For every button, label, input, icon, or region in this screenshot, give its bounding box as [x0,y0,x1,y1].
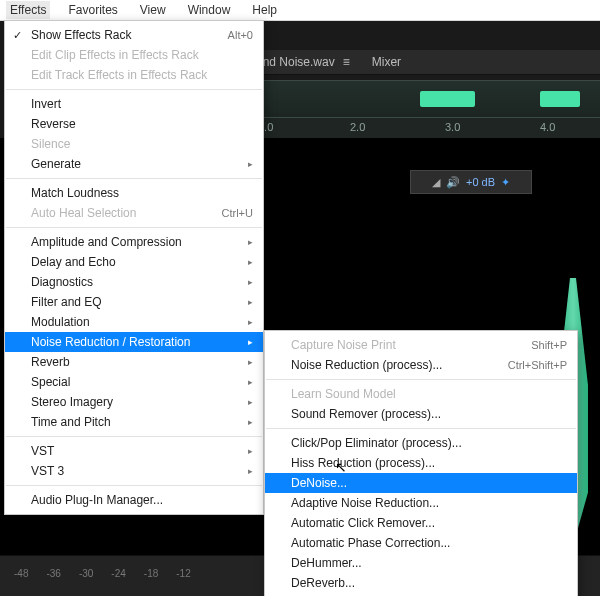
effects_menu-vst[interactable]: VST▸ [5,441,263,461]
effects_menu-silence: Silence [5,134,263,154]
effects_menu-amplitude-and-compression[interactable]: Amplitude and Compression▸ [5,232,263,252]
chevron-right-icon: ▸ [248,357,253,367]
chevron-right-icon: ▸ [248,397,253,407]
menu-item-label: Special [31,375,70,389]
menu-item-label: Learn Sound Model [291,387,396,401]
noise_submenu-automatic-click-remover[interactable]: Automatic Click Remover... [265,513,577,533]
noise_submenu-dehummer[interactable]: DeHummer... [265,553,577,573]
effects_menu-show-effects-rack[interactable]: ✓Show Effects RackAlt+0 [5,25,263,45]
chevron-right-icon: ▸ [248,277,253,287]
effects_menu-delay-and-echo[interactable]: Delay and Echo▸ [5,252,263,272]
noise_submenu-adaptive-noise-reduction[interactable]: Adaptive Noise Reduction... [265,493,577,513]
effects_menu-modulation[interactable]: Modulation▸ [5,312,263,332]
effects_menu-generate[interactable]: Generate▸ [5,154,263,174]
volume-value: +0 dB [466,176,495,188]
menu-item-label: DeNoise... [291,476,347,490]
effects_menu-reverse[interactable]: Reverse [5,114,263,134]
overview-chunk [420,91,475,107]
effects_menu-filter-and-eq[interactable]: Filter and EQ▸ [5,292,263,312]
effects_menu-match-loudness[interactable]: Match Loudness [5,183,263,203]
menu-item-label: Hiss Reduction (process)... [291,456,435,470]
menu-separator [6,485,262,486]
menu-item-label: Modulation [31,315,90,329]
chevron-right-icon: ▸ [248,377,253,387]
menu-shortcut: Ctrl+Shift+P [508,359,567,371]
noise_submenu-dereverb[interactable]: DeReverb... [265,573,577,593]
effects-icon: ✦ [501,176,510,189]
db-tick: -12 [176,568,190,579]
menu-shortcut: Shift+P [531,339,567,351]
noise_submenu-denoise[interactable]: DeNoise... [265,473,577,493]
menu-item-label: Silence [31,137,70,151]
mixer-tab-label: Mixer [372,55,401,69]
effects_menu-time-and-pitch[interactable]: Time and Pitch▸ [5,412,263,432]
menu-shortcut: Alt+0 [228,29,253,41]
file-tab[interactable]: und Noise.wav ≡ [256,55,352,69]
noise_submenu-sound-remover-process[interactable]: Sound Remover (process)... [265,404,577,424]
chevron-right-icon: ▸ [248,417,253,427]
overview-waveform[interactable] [250,80,600,118]
chevron-right-icon: ▸ [248,317,253,327]
menu-separator [266,428,576,429]
app-menu-bar[interactable]: Effects Favorites View Window Help [0,0,600,21]
menu-item-label: Auto Heal Selection [31,206,136,220]
chevron-right-icon: ▸ [248,159,253,169]
menu-item-label: Noise Reduction / Restoration [31,335,190,349]
mixer-tab[interactable]: Mixer [372,55,401,69]
menu-separator [6,227,262,228]
noise_submenu-learn-sound-model: Learn Sound Model [265,384,577,404]
menu-item-label: Sound Remover (process)... [291,407,441,421]
menu-item-label: DeReverb... [291,576,355,590]
menu-item-label: Time and Pitch [31,415,111,429]
effects-menu[interactable]: ✓Show Effects RackAlt+0Edit Clip Effects… [4,20,264,515]
menu-item-label: Amplitude and Compression [31,235,182,249]
file-tab-label: und Noise.wav [256,55,335,69]
menu-item-label: Delay and Echo [31,255,116,269]
menu-shortcut: Ctrl+U [222,207,253,219]
menu-item-label: Show Effects Rack [31,28,132,42]
db-tick: -36 [46,568,60,579]
effects_menu-stereo-imagery[interactable]: Stereo Imagery▸ [5,392,263,412]
menu-effects[interactable]: Effects [6,1,50,19]
menu-item-label: Edit Track Effects in Effects Rack [31,68,207,82]
effects_menu-vst-3[interactable]: VST 3▸ [5,461,263,481]
effects_menu-invert[interactable]: Invert [5,94,263,114]
noise_submenu-click-pop-eliminator-process[interactable]: Click/Pop Eliminator (process)... [265,433,577,453]
db-tick: -30 [79,568,93,579]
overview-chunk [540,91,580,107]
effects_menu-auto-heal-selection: Auto Heal SelectionCtrl+U [5,203,263,223]
menu-window[interactable]: Window [184,1,235,19]
menu-favorites[interactable]: Favorites [64,1,121,19]
tab-menu-icon[interactable]: ≡ [343,55,352,69]
noise_submenu-noise-reduction-process[interactable]: Noise Reduction (process)...Ctrl+Shift+P [265,355,577,375]
noise-reduction-submenu[interactable]: Capture Noise PrintShift+PNoise Reductio… [264,330,578,596]
menu-view[interactable]: View [136,1,170,19]
menu-item-label: Noise Reduction (process)... [291,358,442,372]
ruler-tick: 2.0 [350,121,365,133]
menu-item-label: Filter and EQ [31,295,102,309]
menu-item-label: Automatic Click Remover... [291,516,435,530]
volume-hud[interactable]: ◢ 🔊 +0 dB ✦ [410,170,532,194]
effects_menu-audio-plug-in-manager[interactable]: Audio Plug-In Manager... [5,490,263,510]
chevron-right-icon: ▸ [248,446,253,456]
chevron-right-icon: ▸ [248,297,253,307]
time-ruler[interactable]: 1.0 2.0 3.0 4.0 [250,118,600,138]
effects_menu-reverb[interactable]: Reverb▸ [5,352,263,372]
menu-item-label: Click/Pop Eliminator (process)... [291,436,462,450]
check-icon: ✓ [13,29,22,42]
db-tick: -24 [111,568,125,579]
effects_menu-edit-clip-effects-in-effects-rack: Edit Clip Effects in Effects Rack [5,45,263,65]
effects_menu-edit-track-effects-in-effects-rack: Edit Track Effects in Effects Rack [5,65,263,85]
menu-help[interactable]: Help [248,1,281,19]
chevron-right-icon: ▸ [248,237,253,247]
effects_menu-noise-reduction-restoration[interactable]: Noise Reduction / Restoration▸ [5,332,263,352]
noise_submenu-automatic-phase-correction[interactable]: Automatic Phase Correction... [265,533,577,553]
menu-item-label: VST [31,444,54,458]
effects_menu-diagnostics[interactable]: Diagnostics▸ [5,272,263,292]
menu-item-label: Capture Noise Print [291,338,396,352]
noise_submenu-hiss-reduction-process[interactable]: Hiss Reduction (process)... [265,453,577,473]
chevron-right-icon: ▸ [248,257,253,267]
effects_menu-special[interactable]: Special▸ [5,372,263,392]
ruler-tick: 4.0 [540,121,555,133]
volume-icon: 🔊 [446,176,460,189]
